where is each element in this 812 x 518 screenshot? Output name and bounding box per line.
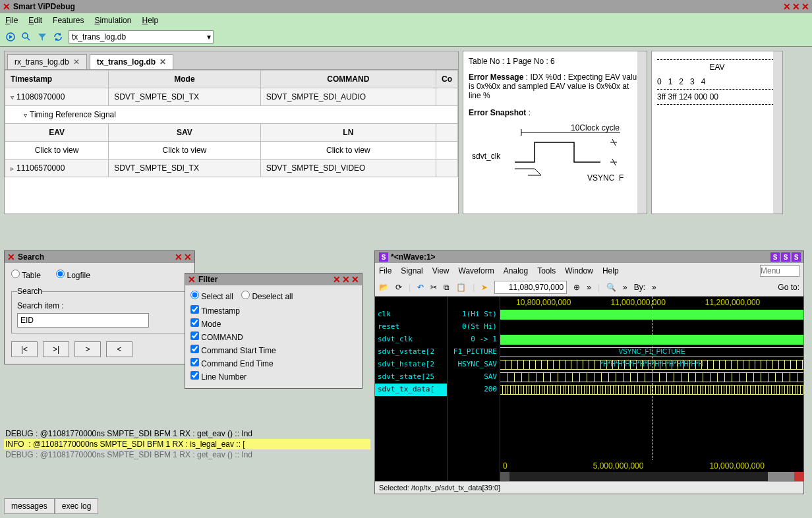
tab-rx[interactable]: rx_trans_log.db ✕ — [7, 54, 87, 69]
close-icon[interactable]: ✕ — [333, 274, 341, 285]
eav-vals: 3ff 3ff 124 000 00 — [657, 92, 777, 101]
max-icon[interactable]: ✕ — [792, 1, 800, 12]
tab-messages[interactable]: messages — [4, 498, 55, 514]
opt-table[interactable]: Table — [11, 271, 41, 280]
link-sav[interactable]: Click to view — [109, 142, 260, 159]
close-icon[interactable]: ✕ — [184, 252, 192, 262]
play-icon[interactable] — [5, 32, 16, 42]
chk-ln[interactable]: Line Number — [190, 372, 246, 382]
by-label: By: — [634, 283, 645, 292]
nwave-window: S *<nWave:1> S S S File Signal View Wave… — [374, 250, 804, 494]
search-icon[interactable] — [21, 32, 32, 42]
nw-menu-window[interactable]: Window — [565, 266, 593, 275]
table-row[interactable]: ▿11080970000 SDVT_SMPTE_SDI_TX SDVT_SMPT… — [5, 88, 458, 106]
signal-names: clk reset sdvt_clk sdvt_vstate[2 sdvt_hs… — [375, 297, 448, 481]
menu-text-input[interactable] — [760, 265, 799, 277]
sig-state[interactable]: sdvt_state[25 — [375, 371, 447, 384]
sig-hstate[interactable]: sdvt_hstate[2 — [375, 359, 447, 371]
more-icon[interactable]: » — [623, 283, 627, 292]
dropdown-icon[interactable]: ▾ — [207, 32, 211, 42]
menu-edit[interactable]: Edit — [28, 16, 42, 25]
table-row[interactable]: ▹11106570000 SDVT_SMPTE_SDI_TX SDVT_SMPT… — [5, 159, 458, 177]
undo-icon[interactable]: ↶ — [417, 283, 424, 292]
win-icon[interactable]: S — [770, 252, 780, 262]
opt-select-all[interactable]: Select all — [190, 291, 233, 301]
close-icon[interactable]: ✕ — [351, 274, 359, 285]
db-path-input[interactable] — [69, 30, 214, 43]
cut-icon[interactable]: ✂ — [430, 283, 437, 292]
filter-icon[interactable] — [37, 32, 47, 42]
window-title: Smart ViPDebug — [13, 2, 75, 11]
waveform-area[interactable]: 10,800,000,00011,000,000,00011,200,000,0… — [500, 297, 803, 481]
tab-exec-log[interactable]: exec log — [55, 498, 99, 514]
more-icon[interactable]: » — [587, 283, 591, 292]
sig-clk[interactable]: clk — [375, 308, 447, 321]
chk-timestamp[interactable]: Timestamp — [190, 306, 240, 316]
chk-cet[interactable]: Command End Time — [190, 359, 274, 368]
sig-tx-data[interactable]: sdvt_tx_data[ — [375, 384, 447, 396]
min-icon[interactable]: ✕ — [783, 1, 791, 12]
win-icon[interactable]: S — [781, 252, 790, 262]
table-row[interactable]: ▿Timing Reference Signal — [5, 106, 458, 124]
link-ln[interactable]: Click to view — [260, 142, 436, 159]
refresh-icon[interactable] — [53, 32, 63, 42]
chevron-down-icon[interactable]: ▿ — [11, 94, 14, 101]
close-icon[interactable]: ✕ — [73, 57, 80, 67]
nw-menu-analog[interactable]: Analog — [504, 266, 528, 275]
search-legend: Search — [17, 287, 42, 296]
opt-logfile[interactable]: Logfile — [56, 271, 90, 280]
win-icon[interactable]: S — [792, 252, 801, 262]
menu-help[interactable]: Help — [142, 16, 158, 25]
close-icon[interactable]: ✕ — [342, 274, 350, 285]
nw-menu-help[interactable]: Help — [602, 266, 619, 275]
opt-deselect-all[interactable]: Deselect all — [241, 291, 293, 301]
col-co[interactable]: Co — [436, 71, 458, 88]
zoom-out-icon[interactable]: 🔍 — [606, 283, 616, 292]
reload-icon[interactable]: ⟳ — [395, 283, 402, 292]
cell-mode: SDVT_SMPTE_SDI_TX — [109, 88, 260, 106]
nav-first[interactable]: |< — [11, 341, 38, 357]
close-icon-2[interactable]: ✕ — [801, 1, 809, 12]
chevron-down-icon[interactable]: ▿ — [24, 111, 27, 119]
scrollbar-v[interactable] — [637, 51, 647, 214]
chk-mode[interactable]: Mode — [190, 320, 221, 329]
close-icon[interactable]: ✕ — [188, 274, 196, 285]
nav-lastjump[interactable]: >| — [43, 341, 69, 357]
nav-prev[interactable]: < — [106, 341, 132, 357]
paste-icon[interactable]: 📋 — [456, 283, 466, 292]
scrollbar-h[interactable] — [500, 472, 803, 481]
nw-menu-file[interactable]: File — [379, 266, 392, 275]
tab-tx[interactable]: tx_trans_log.db ✕ — [90, 54, 173, 69]
scrollbar-v[interactable] — [773, 51, 782, 214]
chk-command[interactable]: COMMAND — [190, 333, 243, 342]
nw-menu-waveform[interactable]: Waveform — [459, 266, 494, 275]
menu-features[interactable]: Features — [53, 16, 84, 25]
cursor-icon[interactable]: ➤ — [481, 283, 488, 292]
link-eav[interactable]: Click to view — [5, 142, 109, 159]
nw-menu-signal[interactable]: Signal — [401, 266, 422, 275]
menu-file[interactable]: File — [5, 16, 18, 25]
menu-simulation[interactable]: Simulation — [94, 16, 131, 25]
lock-icon[interactable]: ⊕ — [573, 283, 580, 292]
close-icon[interactable]: ✕ — [3, 1, 11, 12]
more-icon[interactable]: » — [652, 283, 656, 292]
sig-vstate[interactable]: sdvt_vstate[2 — [375, 346, 447, 359]
close-icon[interactable]: ✕ — [7, 252, 15, 262]
chevron-right-icon[interactable]: ▹ — [11, 165, 14, 172]
sig-sdvt-clk[interactable]: sdvt_clk — [375, 333, 447, 346]
nw-menu-tools[interactable]: Tools — [537, 266, 556, 275]
search-input[interactable] — [17, 313, 149, 328]
nav-next[interactable]: > — [74, 341, 101, 357]
open-icon[interactable]: 📂 — [379, 283, 389, 292]
close-icon[interactable]: ✕ — [175, 252, 183, 262]
time-input[interactable] — [494, 281, 567, 294]
chk-cst[interactable]: Command Start Time — [190, 346, 276, 355]
cursor-line[interactable] — [652, 297, 652, 481]
col-mode[interactable]: Mode — [109, 71, 260, 88]
col-timestamp[interactable]: Timestamp — [5, 71, 109, 88]
col-command[interactable]: COMMAND — [260, 71, 436, 88]
nw-menu-view[interactable]: View — [432, 266, 450, 275]
close-icon[interactable]: ✕ — [160, 57, 166, 67]
sig-reset[interactable]: reset — [375, 321, 447, 333]
copy-icon[interactable]: ⧉ — [444, 283, 450, 292]
